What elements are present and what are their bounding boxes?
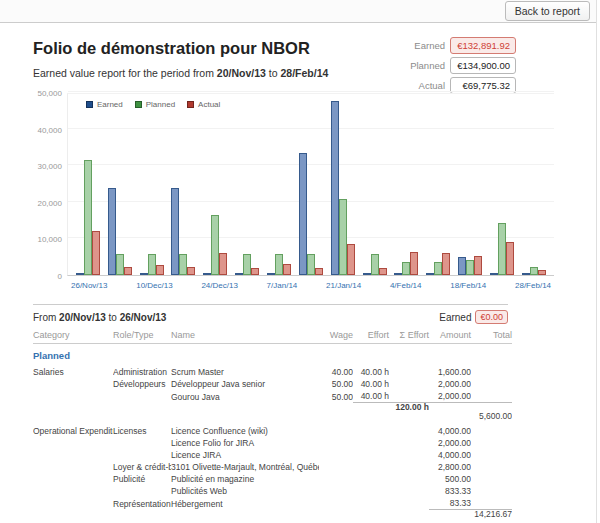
bar-planned — [402, 262, 410, 275]
legend-item-actual: Actual — [187, 100, 220, 109]
cell-amount: 833.33 — [429, 485, 471, 497]
x-tick-label: 26/Nov/13 — [71, 276, 107, 290]
cell-name: Licence JIRA — [171, 449, 319, 461]
cell-role: Administration — [113, 366, 171, 378]
cell-category — [33, 473, 113, 485]
bar-actual — [251, 268, 259, 275]
table-row: ReprésentationHébergement83.33 — [33, 497, 512, 510]
bar-earned — [490, 273, 498, 275]
cell-wage — [319, 461, 353, 473]
bar-group — [331, 101, 355, 275]
cell-sum-effort — [389, 425, 429, 437]
cell-amount: 2,000.00 — [429, 437, 471, 449]
bar-actual — [410, 252, 418, 275]
bar-earned — [394, 273, 402, 275]
bar-actual — [379, 268, 387, 275]
cell-wage — [319, 403, 353, 413]
bar-planned — [530, 267, 538, 275]
bar-actual — [347, 244, 355, 275]
y-tick-label: 30,000 — [37, 162, 61, 171]
cell-effort: 40.00 h — [353, 378, 389, 390]
bar-group — [426, 253, 450, 275]
col-category: Category — [33, 328, 113, 344]
cell-category — [33, 497, 113, 510]
cell-amount: 2,000.00 — [429, 390, 471, 403]
y-tick-label: 50,000 — [37, 89, 61, 98]
cell-total — [471, 497, 512, 510]
legend-swatch-icon — [86, 101, 93, 108]
detail-earned-value: €0.00 — [475, 310, 508, 324]
bar-planned — [371, 254, 379, 275]
bar-actual — [219, 253, 227, 275]
cell-role — [113, 390, 171, 403]
table-row: Loyer & crédit-bail3101 Olivette-Marjaul… — [33, 461, 512, 473]
cell-role — [113, 437, 171, 449]
from-label: From — [33, 312, 59, 323]
cell-effort — [353, 449, 389, 461]
cell-wage: 50.00 — [319, 378, 353, 390]
bar-actual — [538, 270, 546, 275]
cell-sum-effort — [389, 437, 429, 449]
bar-earned — [235, 273, 243, 275]
detail-section: From 20/Nov/13 to 26/Nov/13 Earned €0.00… — [33, 304, 508, 523]
bar-planned — [307, 254, 315, 275]
cell-role: Loyer & crédit-bail — [113, 461, 171, 473]
bar-group — [108, 188, 132, 275]
section-label: Planned — [33, 344, 512, 367]
bar-earned — [203, 273, 211, 275]
legend-item-planned: Planned — [135, 100, 175, 109]
detail-period-start: 20/Nov/13 — [59, 312, 106, 323]
bar-actual — [315, 268, 323, 275]
cell-amount: 4,000.00 — [429, 425, 471, 437]
table-row: Publicités Web833.33 — [33, 485, 512, 497]
cell-effort — [353, 461, 389, 473]
cell-wage — [319, 412, 353, 421]
cell-wage — [319, 425, 353, 437]
bar-earned — [299, 153, 307, 275]
cell-wage — [319, 437, 353, 449]
cell-amount — [429, 403, 471, 413]
chart-legend: EarnedPlannedActual — [86, 100, 232, 109]
cell-amount: 500.00 — [429, 473, 471, 485]
cell-category — [33, 485, 113, 497]
bar-planned — [84, 160, 92, 275]
cell-name: Licence Folio for JIRA — [171, 437, 319, 449]
cell-wage — [319, 449, 353, 461]
y-tick-label: 40,000 — [37, 125, 61, 134]
cell-name: Hébergement — [171, 497, 319, 510]
cell-effort — [353, 425, 389, 437]
cell-effort — [353, 497, 389, 510]
summary-row-earned: Earned €132,891.92 — [410, 37, 516, 54]
cell-total — [471, 390, 512, 403]
subtotal-row: 5,600.00 — [33, 412, 512, 421]
col-role-type: Role/Type — [113, 328, 171, 344]
cell-category: Salaries — [33, 366, 113, 378]
cell-category — [33, 437, 113, 449]
col-effort: Effort — [353, 328, 389, 344]
bar-group — [267, 254, 291, 275]
page: Back to report Folio de démonstration po… — [0, 0, 597, 523]
cell-sum-effort — [389, 449, 429, 461]
cell-total — [471, 485, 512, 497]
y-axis-labels: 50,00040,00030,00020,00010,0000 — [35, 93, 67, 276]
cell-category — [33, 461, 113, 473]
to-label: to — [106, 312, 120, 323]
col-sum-effort: Σ Effort — [389, 328, 429, 344]
cell-name: Publicité en magazine — [171, 473, 319, 485]
bar-earned — [522, 273, 530, 275]
cell-name: Gourou Java — [171, 390, 319, 403]
cell-sum-effort — [389, 485, 429, 497]
cell-effort: 40.00 h — [353, 390, 389, 403]
section-row-planned: Planned — [33, 344, 512, 367]
cell-amount: 1,600.00 — [429, 366, 471, 378]
back-to-report-button[interactable]: Back to report — [505, 1, 590, 21]
cell-name — [171, 412, 319, 421]
cell-sum-effort — [389, 461, 429, 473]
col-name: Name — [171, 328, 319, 344]
table-row: PublicitéPublicité en magazine500.00 — [33, 473, 512, 485]
cell-effort — [353, 437, 389, 449]
bar-group — [363, 254, 387, 275]
summary-row-planned: Planned €134,900.00 — [410, 57, 516, 74]
cell-effort — [353, 412, 389, 421]
cell-effort — [353, 403, 389, 413]
